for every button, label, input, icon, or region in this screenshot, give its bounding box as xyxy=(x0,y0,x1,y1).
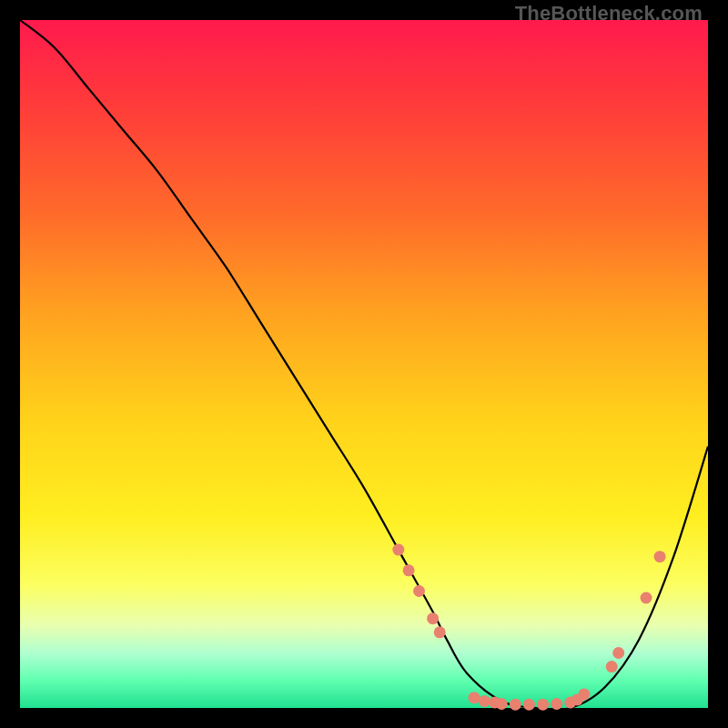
data-point xyxy=(641,592,652,604)
chart-svg xyxy=(20,20,708,708)
chart-frame: TheBottleneck.com xyxy=(0,0,728,728)
data-point xyxy=(510,699,521,711)
data-point xyxy=(392,544,404,556)
watermark-text: TheBottleneck.com xyxy=(515,2,703,25)
data-point xyxy=(537,699,549,711)
data-point xyxy=(654,551,666,562)
data-point xyxy=(427,612,439,624)
data-point xyxy=(612,647,624,659)
marker-group xyxy=(392,544,665,711)
data-point xyxy=(523,699,535,711)
data-point xyxy=(479,695,490,707)
data-point xyxy=(413,585,425,597)
data-point xyxy=(469,692,480,703)
plot-area xyxy=(20,20,708,708)
data-point xyxy=(551,698,562,710)
data-point xyxy=(496,698,508,710)
data-point xyxy=(578,688,590,700)
bottleneck-curve xyxy=(20,20,708,710)
data-point xyxy=(606,661,618,672)
data-point xyxy=(434,626,446,638)
data-point xyxy=(403,564,415,576)
